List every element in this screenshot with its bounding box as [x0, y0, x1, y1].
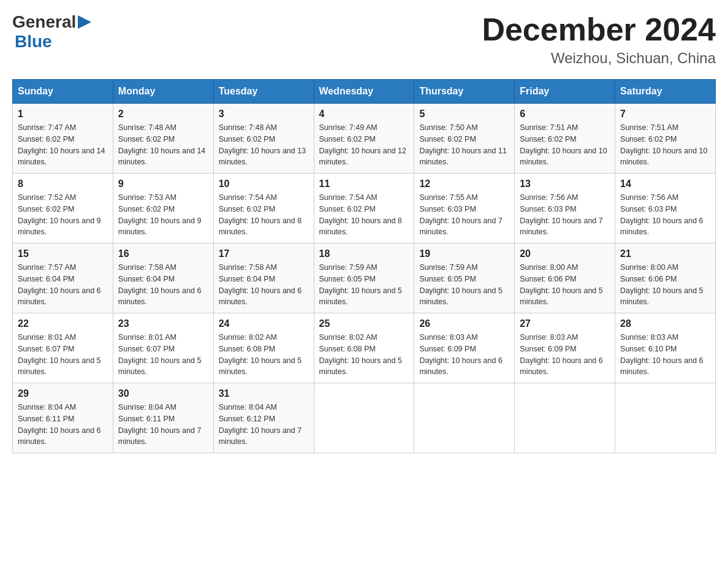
- day-info: Sunrise: 7:53 AMSunset: 6:02 PMDaylight:…: [118, 192, 208, 238]
- header-wednesday: Wednesday: [314, 80, 414, 104]
- logo: General Blue: [12, 12, 91, 52]
- table-row: 21 Sunrise: 8:00 AMSunset: 6:06 PMDaylig…: [615, 243, 716, 313]
- day-number: 8: [18, 178, 108, 190]
- day-number: 18: [319, 248, 409, 259]
- table-row: 29 Sunrise: 8:04 AMSunset: 6:11 PMDaylig…: [13, 383, 113, 453]
- table-row: 7 Sunrise: 7:51 AMSunset: 6:02 PMDayligh…: [615, 104, 716, 174]
- day-number: 22: [18, 318, 108, 329]
- day-number: 19: [419, 248, 509, 259]
- table-row: 19 Sunrise: 7:59 AMSunset: 6:05 PMDaylig…: [414, 243, 515, 313]
- table-row: 18 Sunrise: 7:59 AMSunset: 6:05 PMDaylig…: [314, 243, 414, 313]
- table-row: 27 Sunrise: 8:03 AMSunset: 6:09 PMDaylig…: [515, 313, 615, 383]
- day-info: Sunrise: 7:50 AMSunset: 6:02 PMDaylight:…: [419, 122, 509, 168]
- page-header: General Blue December 2024 Weizhou, Sich…: [12, 12, 716, 67]
- day-number: 13: [520, 178, 610, 190]
- table-row: 17 Sunrise: 7:58 AMSunset: 6:04 PMDaylig…: [213, 243, 314, 313]
- day-info: Sunrise: 8:01 AMSunset: 6:07 PMDaylight:…: [118, 332, 208, 378]
- day-info: Sunrise: 7:58 AMSunset: 6:04 PMDaylight:…: [118, 262, 208, 308]
- table-row: 31 Sunrise: 8:04 AMSunset: 6:12 PMDaylig…: [213, 383, 314, 453]
- day-info: Sunrise: 7:52 AMSunset: 6:02 PMDaylight:…: [18, 192, 108, 238]
- table-row: 12 Sunrise: 7:55 AMSunset: 6:03 PMDaylig…: [414, 174, 515, 243]
- day-info: Sunrise: 7:48 AMSunset: 6:02 PMDaylight:…: [219, 122, 309, 168]
- day-number: 5: [419, 109, 509, 120]
- day-number: 26: [419, 318, 509, 329]
- day-number: 6: [520, 109, 610, 120]
- day-info: Sunrise: 8:03 AMSunset: 6:09 PMDaylight:…: [520, 332, 610, 378]
- day-number: 31: [219, 388, 309, 399]
- day-number: 23: [118, 318, 208, 329]
- table-row: 23 Sunrise: 8:01 AMSunset: 6:07 PMDaylig…: [113, 313, 213, 383]
- day-number: 21: [620, 248, 710, 259]
- day-info: Sunrise: 7:59 AMSunset: 6:05 PMDaylight:…: [419, 262, 509, 308]
- table-row: 6 Sunrise: 7:51 AMSunset: 6:02 PMDayligh…: [515, 104, 615, 174]
- day-number: 12: [419, 178, 509, 190]
- table-row: 20 Sunrise: 8:00 AMSunset: 6:06 PMDaylig…: [515, 243, 615, 313]
- location-subtitle: Weizhou, Sichuan, China: [482, 50, 716, 67]
- day-number: 10: [219, 178, 309, 190]
- table-row: [515, 383, 615, 453]
- header-monday: Monday: [113, 80, 213, 104]
- calendar-header-row: Sunday Monday Tuesday Wednesday Thursday…: [13, 80, 716, 104]
- day-info: Sunrise: 7:51 AMSunset: 6:02 PMDaylight:…: [620, 122, 710, 168]
- day-number: 16: [118, 248, 208, 259]
- day-number: 15: [18, 248, 108, 259]
- table-row: 24 Sunrise: 8:02 AMSunset: 6:08 PMDaylig…: [213, 313, 314, 383]
- day-info: Sunrise: 8:03 AMSunset: 6:09 PMDaylight:…: [419, 332, 509, 378]
- header-friday: Friday: [515, 80, 615, 104]
- table-row: 22 Sunrise: 8:01 AMSunset: 6:07 PMDaylig…: [13, 313, 113, 383]
- day-info: Sunrise: 8:00 AMSunset: 6:06 PMDaylight:…: [620, 262, 710, 308]
- day-info: Sunrise: 8:04 AMSunset: 6:11 PMDaylight:…: [118, 402, 208, 448]
- day-info: Sunrise: 7:48 AMSunset: 6:02 PMDaylight:…: [118, 122, 208, 168]
- table-row: 11 Sunrise: 7:54 AMSunset: 6:02 PMDaylig…: [314, 174, 414, 243]
- table-row: 14 Sunrise: 7:56 AMSunset: 6:03 PMDaylig…: [615, 174, 716, 243]
- table-row: 4 Sunrise: 7:49 AMSunset: 6:02 PMDayligh…: [314, 104, 414, 174]
- day-info: Sunrise: 8:01 AMSunset: 6:07 PMDaylight:…: [18, 332, 108, 378]
- table-row: 8 Sunrise: 7:52 AMSunset: 6:02 PMDayligh…: [13, 174, 113, 243]
- table-row: 15 Sunrise: 7:57 AMSunset: 6:04 PMDaylig…: [13, 243, 113, 313]
- table-row: 10 Sunrise: 7:54 AMSunset: 6:02 PMDaylig…: [213, 174, 314, 243]
- table-row: 28 Sunrise: 8:03 AMSunset: 6:10 PMDaylig…: [615, 313, 716, 383]
- table-row: [414, 383, 515, 453]
- day-number: 20: [520, 248, 610, 259]
- calendar-week-row: 8 Sunrise: 7:52 AMSunset: 6:02 PMDayligh…: [13, 174, 716, 243]
- month-year-title: December 2024: [482, 12, 716, 47]
- logo-blue-text: Blue: [15, 32, 52, 51]
- calendar-week-row: 1 Sunrise: 7:47 AMSunset: 6:02 PMDayligh…: [13, 104, 716, 174]
- table-row: 16 Sunrise: 7:58 AMSunset: 6:04 PMDaylig…: [113, 243, 213, 313]
- day-info: Sunrise: 7:49 AMSunset: 6:02 PMDaylight:…: [319, 122, 409, 168]
- day-info: Sunrise: 7:47 AMSunset: 6:02 PMDaylight:…: [18, 122, 108, 168]
- day-info: Sunrise: 8:02 AMSunset: 6:08 PMDaylight:…: [319, 332, 409, 378]
- day-number: 29: [18, 388, 108, 399]
- day-info: Sunrise: 7:54 AMSunset: 6:02 PMDaylight:…: [219, 192, 309, 238]
- calendar-table: Sunday Monday Tuesday Wednesday Thursday…: [12, 79, 716, 453]
- day-info: Sunrise: 7:51 AMSunset: 6:02 PMDaylight:…: [520, 122, 610, 168]
- day-number: 11: [319, 178, 409, 190]
- table-row: 30 Sunrise: 8:04 AMSunset: 6:11 PMDaylig…: [113, 383, 213, 453]
- calendar-week-row: 15 Sunrise: 7:57 AMSunset: 6:04 PMDaylig…: [13, 243, 716, 313]
- title-section: December 2024 Weizhou, Sichuan, China: [482, 12, 716, 67]
- table-row: 25 Sunrise: 8:02 AMSunset: 6:08 PMDaylig…: [314, 313, 414, 383]
- day-info: Sunrise: 7:56 AMSunset: 6:03 PMDaylight:…: [620, 192, 710, 238]
- day-info: Sunrise: 7:55 AMSunset: 6:03 PMDaylight:…: [419, 192, 509, 238]
- day-info: Sunrise: 8:04 AMSunset: 6:12 PMDaylight:…: [219, 402, 309, 448]
- table-row: 1 Sunrise: 7:47 AMSunset: 6:02 PMDayligh…: [13, 104, 113, 174]
- header-sunday: Sunday: [13, 80, 113, 104]
- header-thursday: Thursday: [414, 80, 515, 104]
- table-row: 9 Sunrise: 7:53 AMSunset: 6:02 PMDayligh…: [113, 174, 213, 243]
- table-row: 2 Sunrise: 7:48 AMSunset: 6:02 PMDayligh…: [113, 104, 213, 174]
- table-row: 5 Sunrise: 7:50 AMSunset: 6:02 PMDayligh…: [414, 104, 515, 174]
- day-info: Sunrise: 7:58 AMSunset: 6:04 PMDaylight:…: [219, 262, 309, 308]
- table-row: 3 Sunrise: 7:48 AMSunset: 6:02 PMDayligh…: [213, 104, 314, 174]
- day-info: Sunrise: 7:54 AMSunset: 6:02 PMDaylight:…: [319, 192, 409, 238]
- day-info: Sunrise: 8:02 AMSunset: 6:08 PMDaylight:…: [219, 332, 309, 378]
- day-number: 14: [620, 178, 710, 190]
- table-row: [615, 383, 716, 453]
- day-number: 30: [118, 388, 208, 399]
- header-saturday: Saturday: [615, 80, 716, 104]
- header-tuesday: Tuesday: [213, 80, 314, 104]
- day-info: Sunrise: 7:56 AMSunset: 6:03 PMDaylight:…: [520, 192, 610, 238]
- table-row: 13 Sunrise: 7:56 AMSunset: 6:03 PMDaylig…: [515, 174, 615, 243]
- day-info: Sunrise: 8:04 AMSunset: 6:11 PMDaylight:…: [18, 402, 108, 448]
- day-info: Sunrise: 7:57 AMSunset: 6:04 PMDaylight:…: [18, 262, 108, 308]
- day-number: 3: [219, 109, 309, 120]
